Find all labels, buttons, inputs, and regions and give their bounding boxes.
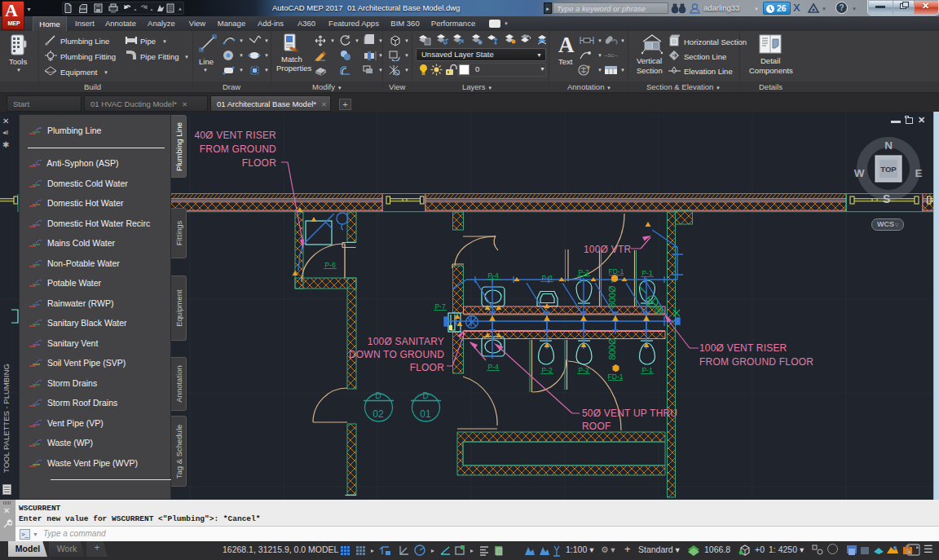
svg-text:TOP: TOP (880, 165, 897, 174)
svg-text:800Ø: 800Ø (607, 337, 617, 359)
svg-text:FLOOR: FLOOR (410, 362, 444, 373)
svg-text:P-4: P-4 (487, 271, 499, 280)
svg-text:FLOOR: FLOOR (242, 157, 276, 169)
svg-text:P-3: P-3 (541, 274, 553, 282)
svg-text:P-2: P-2 (578, 268, 589, 276)
svg-text:01: 01 (420, 408, 431, 420)
svg-text:P-7: P-7 (434, 302, 446, 311)
svg-text:D: D (375, 391, 381, 400)
svg-text:ROOF: ROOF (582, 421, 611, 432)
svg-text:N: N (884, 139, 893, 152)
svg-text:100Ø SANITARY: 100Ø SANITARY (368, 336, 444, 347)
svg-text:D: D (422, 391, 428, 400)
svg-text:P-2: P-2 (541, 366, 553, 374)
svg-text:P-2: P-2 (578, 366, 589, 374)
svg-text:FROM GROUND: FROM GROUND (200, 143, 276, 155)
svg-text:FROM GROUND FLOOR: FROM GROUND FLOOR (699, 356, 813, 368)
svg-text:FD-1: FD-1 (609, 267, 624, 276)
svg-text:P-6: P-6 (324, 261, 336, 269)
svg-text:P-1: P-1 (641, 366, 653, 374)
svg-text:100Ø VENT RISER: 100Ø VENT RISER (699, 342, 787, 354)
svg-text:100Ø VTR: 100Ø VTR (584, 244, 631, 255)
svg-text:P-4: P-4 (487, 363, 499, 371)
svg-text:DOWN TO GROUND: DOWN TO GROUND (349, 349, 444, 360)
svg-text:FD-1: FD-1 (608, 373, 624, 381)
svg-text:800Ø: 800Ø (607, 285, 617, 307)
svg-text:W: W (854, 167, 865, 179)
svg-text:02: 02 (373, 408, 384, 420)
svg-text:50Ø VENT UP THRU: 50Ø VENT UP THRU (582, 408, 677, 419)
svg-text:P-1: P-1 (641, 269, 653, 277)
svg-text:E: E (915, 167, 922, 179)
svg-text:40Ø VENT RISER: 40Ø VENT RISER (194, 130, 276, 141)
